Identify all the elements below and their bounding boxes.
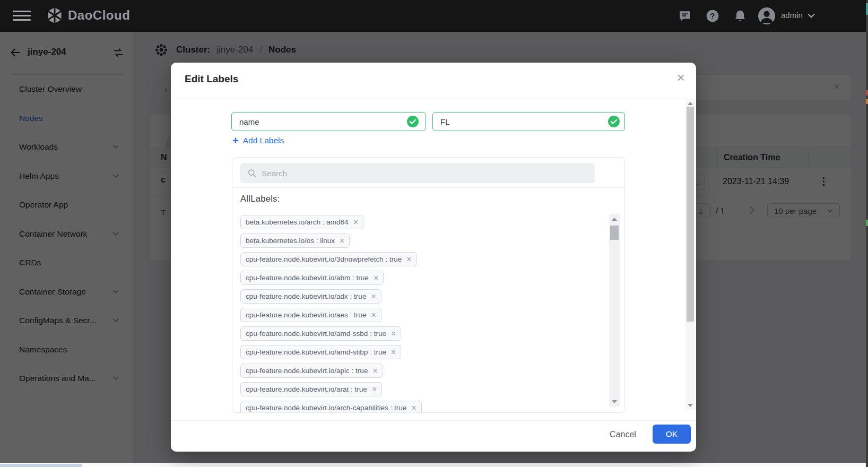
label-chip: cpu-feature.node.kubevirt.io/abm : true× — [240, 271, 384, 285]
remove-label-icon[interactable]: × — [372, 386, 377, 393]
remove-label-icon[interactable]: × — [340, 237, 344, 245]
labels-search-input[interactable] — [262, 169, 587, 178]
scroll-down-icon[interactable] — [688, 404, 693, 407]
all-labels-heading: AllLabels: — [240, 194, 280, 204]
value-valid-check-icon — [608, 116, 620, 127]
logo-text: DaoCloud — [68, 8, 130, 23]
remove-label-icon[interactable]: × — [374, 274, 378, 282]
label-chip: cpu-feature.node.kubevirt.io/aes : true× — [240, 308, 381, 322]
scrollbar-thumb[interactable] — [610, 226, 619, 240]
daocloud-logo-icon — [47, 6, 63, 24]
horizontal-scrollbar-thumb[interactable] — [0, 464, 82, 467]
modal-close-icon[interactable]: × — [673, 70, 689, 86]
search-icon — [248, 169, 256, 178]
label-value-input[interactable] — [432, 112, 625, 131]
user-name[interactable]: admin — [781, 11, 803, 20]
top-bar: DaoCloud ? admin — [0, 0, 868, 32]
modal-footer-divider — [171, 420, 696, 421]
remove-label-icon[interactable]: × — [353, 219, 358, 226]
daocloud-logo[interactable]: DaoCloud — [47, 6, 130, 24]
message-icon[interactable] — [678, 9, 692, 23]
scrollbar-thumb[interactable] — [687, 107, 694, 322]
avatar[interactable] — [758, 7, 776, 25]
label-chip: cpu-feature.node.kubevirt.io/apic : true… — [240, 364, 383, 378]
plus-icon: + — [232, 136, 239, 145]
scroll-up-icon[interactable] — [688, 102, 693, 105]
modal-header-divider — [171, 98, 696, 98]
label-chip: cpu-feature.node.kubevirt.io/adx : true× — [240, 289, 381, 304]
remove-label-icon[interactable]: × — [371, 293, 376, 300]
labels-search-box[interactable] — [240, 163, 595, 183]
screen-right-edge-strip — [866, 0, 868, 467]
label-chip: cpu-feature.node.kubevirt.io/arat : true… — [240, 382, 382, 396]
scroll-up-icon[interactable] — [612, 218, 617, 221]
label-chip: beta.kubernetes.io/os : linux× — [240, 233, 350, 248]
remove-label-icon[interactable]: × — [411, 404, 416, 412]
label-chip: beta.kubernetes.io/arch : amd64× — [240, 215, 363, 229]
user-chevron-down-icon[interactable] — [808, 13, 815, 19]
label-chip: cpu-feature.node.kubevirt.io/3dnowprefet… — [240, 252, 417, 266]
add-labels-button[interactable]: + Add Labels — [232, 136, 284, 145]
remove-label-icon[interactable]: × — [406, 256, 411, 263]
modal-title: Edit Labels — [185, 73, 238, 85]
scroll-down-icon[interactable] — [612, 400, 617, 403]
cancel-button[interactable]: Cancel — [604, 427, 642, 443]
labels-list-scrollbar[interactable] — [609, 214, 620, 407]
key-valid-check-icon — [407, 116, 419, 127]
remove-label-icon[interactable]: × — [391, 330, 396, 338]
all-labels-panel: AllLabels: beta.kubernetes.io/arch : amd… — [232, 157, 625, 413]
remove-label-icon[interactable]: × — [371, 312, 376, 319]
horizontal-scrollbar[interactable] — [0, 463, 868, 467]
hamburger-menu-icon[interactable] — [13, 11, 31, 21]
label-chip: cpu-feature.node.kubevirt.io/arch-capabi… — [240, 401, 422, 413]
remove-label-icon[interactable]: × — [391, 349, 396, 356]
ok-button[interactable]: OK — [653, 425, 691, 444]
remove-label-icon[interactable]: × — [372, 367, 377, 375]
label-key-input[interactable] — [231, 112, 426, 131]
labels-panel-divider — [232, 187, 625, 188]
label-chip: cpu-feature.node.kubevirt.io/amd-stibp :… — [240, 345, 401, 359]
bell-icon[interactable] — [733, 9, 747, 23]
edit-labels-modal: Edit Labels × + Add Labels AllLabels: be… — [171, 63, 696, 452]
labels-list: beta.kubernetes.io/arch : amd64× beta.ku… — [240, 215, 422, 413]
modal-scrollbar[interactable] — [685, 99, 695, 410]
help-icon[interactable]: ? — [706, 9, 719, 23]
label-chip: cpu-feature.node.kubevirt.io/amd-ssbd : … — [240, 326, 401, 341]
svg-text:?: ? — [710, 11, 715, 20]
